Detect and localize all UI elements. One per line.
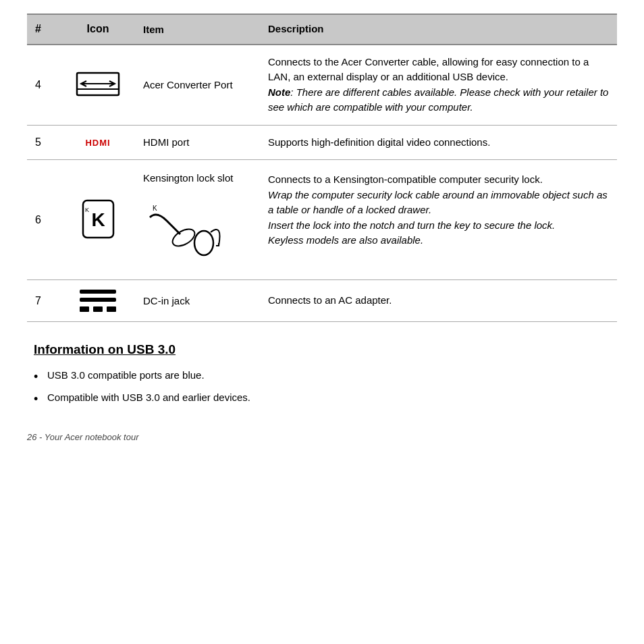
dc-dot-1 — [80, 306, 89, 312]
usb-section-title: Information on USB 3.0 — [34, 342, 610, 357]
table-row: 5 HDMI HDMI port Supports high-definitio… — [27, 125, 617, 160]
row-item-dc: DC-in jack — [135, 280, 260, 322]
table-row: 6 K K Kensington lock slot — [27, 160, 617, 280]
row-desc-hdmi: Supports high-definition digital video c… — [260, 125, 617, 160]
dc-bar-1 — [80, 290, 116, 294]
header-item: Item — [135, 14, 260, 45]
row-item-hdmi: HDMI port — [135, 125, 260, 160]
desc-plain-converter: Connects to the Acer Converter cable, al… — [268, 56, 589, 83]
row-icon-kensington: K K — [61, 160, 135, 280]
page-footer: 26 - Your Acer notebook tour — [27, 425, 617, 442]
row-num: 6 — [27, 160, 61, 280]
list-item: Compatible with USB 3.0 and earlier devi… — [34, 390, 610, 406]
desc-plain-kensington: Connects to a Kensington-compatible comp… — [268, 173, 543, 185]
table-row: 7 DC-in jack Connects to an AC adapt — [27, 280, 617, 322]
row-item-kensington: Kensington lock slot — [135, 160, 260, 280]
row-icon-dc — [61, 280, 135, 322]
row-desc-converter: Connects to the Acer Converter cable, al… — [260, 45, 617, 126]
dc-dot-2 — [93, 306, 103, 312]
usb-list: USB 3.0 compatible ports are blue. Compa… — [34, 368, 610, 405]
svg-point-7 — [194, 231, 213, 255]
dc-dot-3 — [107, 306, 116, 312]
desc-note-italic: : There are different cables available. … — [268, 86, 608, 113]
row-icon-converter — [61, 45, 135, 126]
desc-plain-dc: Connects to an AC adapter. — [268, 294, 392, 306]
kensington-lock-icon: K K — [80, 197, 117, 241]
converter-port-icon — [74, 69, 122, 99]
row-icon-hdmi: HDMI — [61, 125, 135, 160]
svg-text:K: K — [84, 207, 88, 213]
header-icon: Icon — [61, 14, 135, 45]
list-item: USB 3.0 compatible ports are blue. — [34, 368, 610, 383]
desc-note-bold: Note — [268, 86, 290, 98]
header-num: # — [27, 14, 61, 45]
svg-text:K: K — [91, 209, 105, 230]
desc-plain-hdmi: Supports high-definition digital video c… — [268, 136, 490, 148]
row-desc-kensington: Connects to a Kensington-compatible comp… — [260, 160, 617, 280]
kensington-diagram-icon: K — [143, 197, 231, 268]
header-desc: Description — [260, 14, 617, 45]
row-desc-dc: Connects to an AC adapter. — [260, 280, 617, 322]
hdmi-icon: HDMI — [85, 138, 110, 148]
row-item-converter: Acer Converter Port — [135, 45, 260, 126]
row-num: 7 — [27, 280, 61, 322]
dc-bar-2 — [80, 298, 116, 302]
svg-text:K: K — [153, 205, 157, 212]
desc-italic-kensington: Wrap the computer security lock cable ar… — [268, 189, 608, 246]
table-row: 4 — [27, 45, 617, 126]
dc-in-icon — [69, 290, 127, 312]
usb-section: Information on USB 3.0 USB 3.0 compatibl… — [27, 342, 617, 405]
row-num: 5 — [27, 125, 61, 160]
row-num: 4 — [27, 45, 61, 126]
